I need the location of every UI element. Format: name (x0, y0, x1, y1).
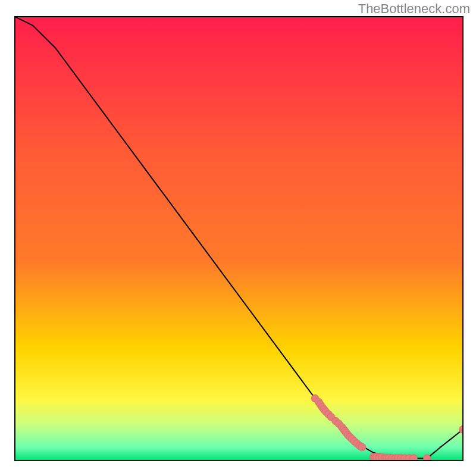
chart-wrapper: TheBottleneck.com (0, 0, 476, 476)
watermark-text: TheBottleneck.com (358, 1, 470, 17)
data-point (358, 443, 366, 451)
chart-svg (0, 0, 476, 476)
